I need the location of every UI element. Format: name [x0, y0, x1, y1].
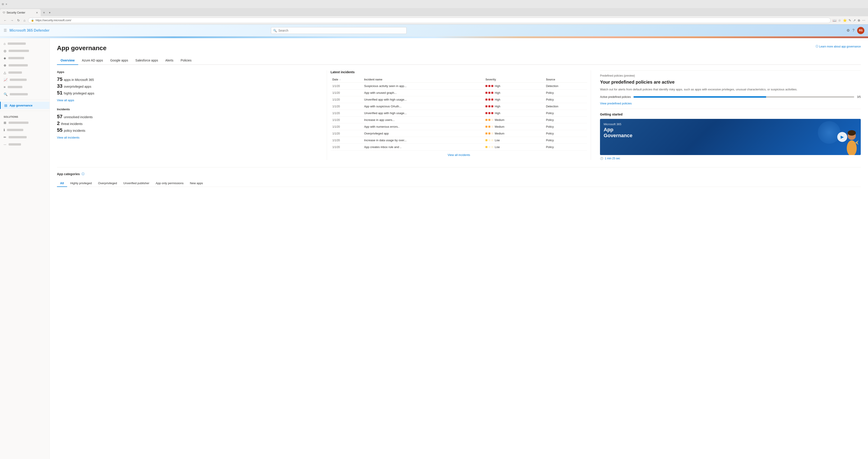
share-icon[interactable]: ↗ [853, 19, 856, 22]
cat-tab-unverified-publisher[interactable]: Unverified publisher [120, 180, 153, 187]
col-date[interactable]: Date ↑ [331, 76, 363, 83]
cell-date: 1/1/20 [331, 96, 363, 103]
refresh-button[interactable]: ↻ [16, 18, 21, 23]
table-row[interactable]: 1/1/20 App with suspicious OAuth... High… [331, 103, 587, 110]
sidebar-item-search[interactable]: 🔍 [0, 91, 50, 98]
view-all-incidents-table-link[interactable]: View all incidents [331, 151, 587, 159]
threat-label: threat incidents [61, 122, 83, 126]
severity-dot [488, 112, 490, 114]
sidebar-item-alerts[interactable]: △ [0, 69, 50, 76]
unresolved-label: unresolved incidents [64, 115, 93, 119]
table-row[interactable]: 1/1/20 Increase in app users... Medium P… [331, 117, 587, 123]
table-row[interactable]: 1/1/20 Unverified app with high usage...… [331, 110, 587, 117]
table-row[interactable]: 1/1/20 App creates inbox rule and .. Low… [331, 144, 587, 151]
progress-row: Active predefined policies 3/5 [600, 95, 861, 98]
policy-incidents-count: 55 [57, 127, 62, 133]
table-row[interactable]: 1/1/20 Suspicious activity seen in app..… [331, 83, 587, 90]
tab-azure-ad-apps[interactable]: Azure AD apps [78, 56, 106, 64]
help-icon[interactable]: ? [852, 28, 855, 33]
cell-severity: Medium [484, 117, 544, 123]
apps-count: 75 [57, 76, 62, 82]
severity-dots [486, 139, 494, 141]
forward-button[interactable]: → [9, 18, 14, 23]
col-incident-name: Incident name [362, 76, 484, 83]
home-button[interactable]: ⌂ [23, 18, 26, 23]
learn-more-text: Learn more about app governance [819, 45, 861, 48]
tab-dropdown-button[interactable]: ▾ [47, 9, 52, 16]
cat-tab-new-apps[interactable]: New apps [187, 180, 206, 187]
severity-label: Medium [495, 125, 504, 128]
browser-settings-icon[interactable]: ⋯ [862, 19, 865, 22]
app-categories-info-icon[interactable]: ⓘ [82, 172, 85, 176]
cell-date: 1/1/20 [331, 117, 363, 123]
extensions-icon[interactable]: ⊕ [858, 19, 860, 22]
active-browser-tab[interactable]: 🛡 Security Center ✕ [0, 9, 41, 16]
table-row[interactable]: 1/1/20 App with unused graph... High Pol… [331, 90, 587, 96]
sidebar-item-home[interactable]: ⌂ [0, 40, 50, 47]
bookmark-icon[interactable]: ☆ [838, 19, 841, 22]
cell-incident-name: Overprivileged app [362, 130, 484, 137]
tab-google-apps[interactable]: Google apps [107, 56, 132, 64]
left-panel: Apps 75 apps in Microsoft 365 33 overpri… [57, 70, 321, 160]
severity-dot [486, 146, 488, 148]
tab-alerts[interactable]: Alerts [162, 56, 177, 64]
new-tab-button[interactable]: + [41, 9, 47, 16]
cat-tab-overprivileged[interactable]: Overprivileged [95, 180, 120, 187]
sidebar-item-solutions-1[interactable]: ⊞ [0, 119, 50, 126]
url-field[interactable]: 🔒 https://security.microsoft.com/ [28, 18, 831, 23]
severity-label: Low [495, 146, 500, 149]
sidebar-item-label [8, 143, 21, 146]
sidebar-item-hunting[interactable]: ◈ [0, 55, 50, 62]
severity-dot [491, 132, 493, 134]
sidebar-item-solutions-2[interactable]: ℹ [0, 126, 50, 133]
sidebar-item-solutions-3[interactable]: ✏ [0, 133, 50, 141]
severity-dot [488, 119, 490, 121]
severity-dot [486, 112, 488, 114]
severity-dot [486, 139, 488, 141]
cell-source: Policy [544, 90, 587, 96]
app-container: ☰ Microsoft 365 Defender 🔍 ⚙ ? RS ⌂ ◎ ◈ [0, 25, 868, 459]
back-button[interactable]: ← [3, 18, 8, 23]
table-row[interactable]: 1/1/20 Overprivileged app Medium Policy [331, 130, 587, 137]
sidebar-item-incidents[interactable]: ◎ [0, 47, 50, 55]
video-thumbnail[interactable]: Microsoft 365 AppGovernance ▶ [600, 119, 861, 155]
sidebar-item-app-governance[interactable]: ▤ App governance [0, 102, 50, 109]
notes-icon[interactable]: ✎ [848, 19, 851, 22]
table-row[interactable]: 1/1/20 Unverified app with high usage...… [331, 96, 587, 103]
table-row[interactable]: 1/1/20 App with numerous errors.. Medium… [331, 123, 587, 130]
tab-policies[interactable]: Policies [177, 56, 195, 64]
tab-overview[interactable]: Overview [57, 56, 78, 64]
cat-tab-all[interactable]: All [57, 180, 67, 187]
content-area: App governance ⓘ View predefined policie… [50, 38, 868, 459]
learn-more-link[interactable]: ⓘ View predefined policies Learn more ab… [815, 44, 861, 49]
search-input[interactable] [271, 27, 407, 34]
sidebar-item-actions[interactable]: ⊕ [0, 62, 50, 69]
progress-bar-container [633, 96, 854, 98]
tab-salesforce-apps[interactable]: Salesforce apps [132, 56, 162, 64]
severity-dot [486, 85, 488, 87]
apps-stat-3: 51 highly privileged apps [57, 90, 321, 96]
info-circle-icon: ⓘ [815, 44, 818, 49]
cat-tab-highly-privileged[interactable]: Highly privileged [67, 180, 95, 187]
view-all-apps-link[interactable]: View all apps [57, 98, 74, 102]
reading-view-icon[interactable]: 📖 [833, 19, 836, 22]
view-predefined-policies-link[interactable]: View predefined policies [600, 102, 631, 105]
view-all-incidents-link[interactable]: View all incidents [57, 136, 79, 139]
cell-source: Policy [544, 144, 587, 151]
cat-tab-app-only-permissions[interactable]: App only permissions [153, 180, 187, 187]
sidebar-item-more[interactable]: ··· [0, 141, 50, 148]
getting-started-section: Getting started Microsoft 365 AppGoverna… [600, 113, 861, 160]
table-row[interactable]: 1/1/20 Increase in data usage by over...… [331, 137, 587, 144]
app-categories-header: App categories ⓘ [57, 172, 861, 176]
cell-severity: High [484, 103, 544, 110]
tab-close-button[interactable]: ✕ [36, 11, 38, 14]
incidents-stat-1: 57 unresolved incidents [57, 114, 321, 120]
favorites-icon[interactable]: ⭐ [843, 19, 847, 22]
settings-icon[interactable]: ⚙ [846, 28, 850, 33]
sidebar-item-reports[interactable]: 📈 [0, 76, 50, 83]
sidebar-item-assets[interactable]: ≡ [0, 83, 50, 91]
user-avatar[interactable]: RS [857, 27, 864, 34]
col-source: Source [544, 76, 587, 83]
severity-label: High [495, 112, 500, 115]
severity-label: High [495, 98, 500, 101]
